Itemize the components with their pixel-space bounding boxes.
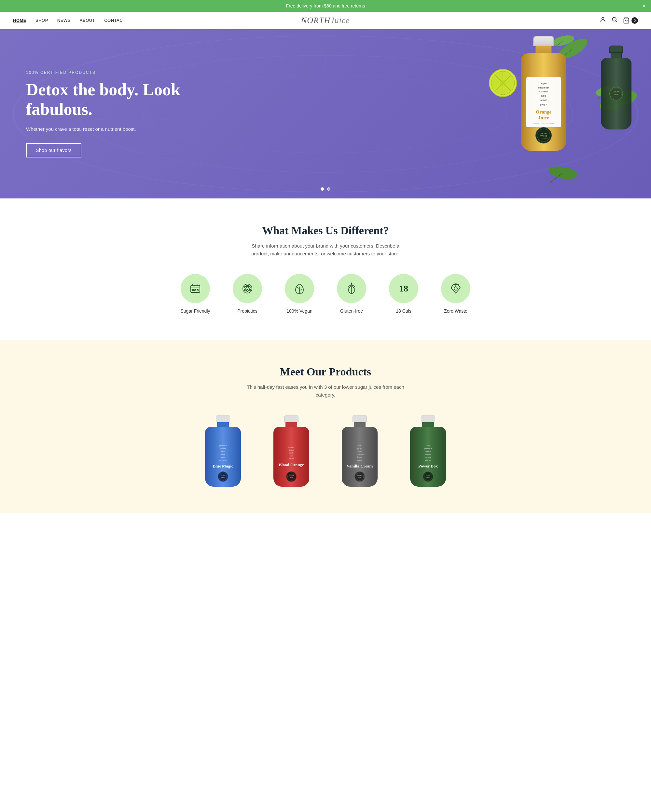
svg-point-1 [612,17,616,21]
products-section: Meet Our Products This half-day fast eas… [0,340,651,513]
products-title: Meet Our Products [13,366,638,378]
hero-content: 100% CERTIFIED PRODUCTS Detox the body. … [26,70,182,157]
hero-section: 100% CERTIFIED PRODUCTS Detox the body. … [0,29,651,198]
svg-text:ORGAN: ORGAN [426,474,431,476]
svg-point-51 [218,472,228,481]
product-vanilla-cream[interactable]: mint ginger vanilla cinnamon lemon agave… [330,415,389,487]
svg-rect-40 [197,290,198,291]
probiotics-label: Probiotics [237,308,257,314]
hero-headline: Detox the body. Look fabulous. [26,80,182,119]
svg-rect-38 [193,290,194,291]
svg-point-24 [500,80,506,86]
nav-item-news[interactable]: NEWS [57,18,70,23]
svg-point-45 [244,289,245,290]
site-logo[interactable]: NORTHJuice [301,15,350,25]
carousel-dot-1[interactable] [321,188,324,191]
nav-item-about[interactable]: ABOUT [80,18,95,23]
cart-icon[interactable]: 0 [623,17,638,24]
logo-main: NORTH [301,15,330,25]
svg-point-48 [248,285,249,287]
svg-text:FARM: FARM [358,477,361,478]
zero-waste-icon [441,274,470,303]
svg-text:ORGAN: ORGAN [540,133,547,134]
vegan-label: 100% Vegan [286,308,312,314]
cart-count: 0 [631,17,638,24]
account-icon[interactable] [599,16,606,24]
svg-rect-39 [195,290,196,291]
logo-italic: Juice [330,15,350,25]
blue-magic-name: Blue Magic [212,464,233,469]
svg-text:FARMING: FARMING [540,135,547,137]
announcement-bar: Free delivery from $60 and free returns … [0,0,651,12]
svg-point-55 [286,472,296,481]
gluten-free-label: Gluten-free [340,308,363,314]
features-section: What Makes Us Different? Share informati… [0,198,651,340]
svg-point-63 [423,472,433,481]
svg-text:ORGAN: ORGAN [289,474,294,476]
leaf-decoration-bottom [547,158,579,189]
power-box-name: Power Box [418,464,438,469]
main-nav: HOME SHOP NEWS ABOUT CONTACT [13,18,126,23]
vegan-icon [285,274,314,303]
header: HOME SHOP NEWS ABOUT CONTACT NORTHJuice [0,12,651,29]
svg-line-2 [616,21,617,23]
carousel-dot-2[interactable] [327,188,330,191]
shop-flavors-button[interactable]: Shop our flavors [26,143,81,157]
main-bottle: apple cucumber spinach kale Lemon ginger… [521,36,566,151]
cals-label: 18 Cals [396,308,411,314]
sugar-friendly-label: Sugar Friendly [180,308,210,314]
svg-text:FARM: FARM [290,477,293,478]
svg-text:FARMI: FARMI [614,94,619,95]
product-blue-magic[interactable]: grapefruit coconut water apple beets pin… [194,415,252,487]
svg-point-0 [602,17,604,20]
feature-18-cals: 18 18 Cals [384,274,423,314]
bottle-ingredients: apple cucumber spinach kale Lemon ginger [529,82,558,107]
products-subtitle: This half-day fast eases you in with 3 o… [244,383,407,399]
products-grid: grapefruit coconut water apple beets pin… [13,415,638,487]
gluten-free-icon [337,274,366,303]
features-subtitle: Share information about your brand with … [244,242,407,258]
nav-item-home[interactable]: HOME [13,18,26,23]
blood-orange-bottle: parsley ginger apple kale carrot Blood O… [274,415,309,487]
sugar-friendly-icon [181,274,210,303]
svg-point-44 [246,290,248,292]
feature-gluten-free: Gluten-free [332,274,371,314]
svg-text:FARM: FARM [222,477,225,478]
svg-text:ORGAN: ORGAN [358,474,362,476]
nav-item-shop[interactable]: SHOP [35,18,48,23]
feature-vegan: 100% Vegan [280,274,319,314]
blood-orange-name: Blood Orange [279,462,304,468]
dark-bottle: ORGAN FARMI [601,46,631,130]
product-power-box[interactable]: celery grapefruit lettuce spinach parsle… [399,415,457,487]
zero-waste-label: Zero Waste [444,308,468,314]
close-announcement-button[interactable]: × [642,3,646,9]
feature-probiotics: Probiotics [228,274,267,314]
svg-point-46 [249,289,251,290]
features-grid: Sugar Friendly Probiotics [13,274,638,314]
probiotics-icon [233,274,262,303]
features-title: What Makes Us Different? [13,224,638,237]
nav-item-contact[interactable]: CONTACT [104,18,125,23]
hero-subtitle: Whether you crave a total reset or a nut… [26,125,182,133]
blue-magic-bottle: grapefruit coconut water apple beets pin… [205,415,241,487]
cals-icon: 18 [389,274,418,303]
svg-text:ORGAN: ORGAN [221,474,226,476]
carousel-dots [321,188,330,191]
announcement-text: Free delivery from $60 and free returns [286,3,365,8]
svg-point-50 [454,287,457,290]
power-box-bottle: celery grapefruit lettuce spinach parsle… [410,415,446,487]
feature-zero-waste: Zero Waste [436,274,475,314]
lime-slice [488,68,518,99]
hero-certified-label: 100% CERTIFIED PRODUCTS [26,70,182,75]
svg-rect-34 [191,285,200,293]
vanilla-cream-bottle: mint ginger vanilla cinnamon lemon agave… [342,415,377,487]
svg-text:FARM: FARM [426,477,429,478]
feature-sugar-friendly: Sugar Friendly [176,274,215,314]
header-icons: 0 [599,16,638,24]
bottle-name: OrangeJuice [529,109,558,121]
product-blood-orange[interactable]: parsley ginger apple kale carrot Blood O… [262,415,321,487]
svg-text:ORGAN: ORGAN [613,91,619,93]
search-icon[interactable] [611,16,618,24]
svg-point-59 [355,472,365,481]
hero-image-area: apple cucumber spinach kale Lemon ginger… [260,29,651,198]
